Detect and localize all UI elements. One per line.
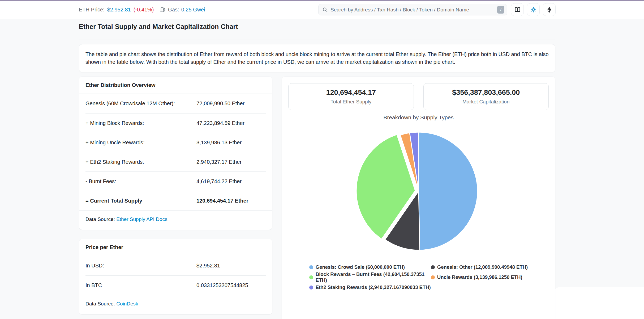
legend-label: Eth2 Staking Rewards (2,940,327.16709003… — [316, 284, 431, 290]
header-bar: ETH Price: $2,952.81 (-0.41%) Gas: 0.25 … — [0, 0, 644, 19]
page-title: Ether Total Supply and Market Capitaliza… — [79, 23, 555, 31]
row-label: + Mining Block Rewards: — [85, 120, 196, 126]
eth-price-value[interactable]: $2,952.81 — [107, 7, 131, 13]
row-label: + Mining Uncle Rewards: — [85, 140, 196, 146]
page-load-accent-bar — [0, 0, 644, 1]
main-content: Ether Total Supply and Market Capitaliza… — [79, 19, 555, 319]
network-button[interactable] — [543, 3, 556, 16]
table-row: + Eth2 Staking Rewards:2,940,327.17 Ethe… — [85, 152, 266, 171]
stat-box: $356,387,803,665.00Market Capitalization — [423, 83, 549, 110]
table-row: = Current Total Supply120,694,454.17 Eth… — [85, 191, 266, 210]
legend-item[interactable]: Genesis: Other (12,009,990.49948 ETH) — [431, 264, 528, 270]
description-card: The table and pie chart shows the distri… — [79, 44, 555, 72]
row-label: Genesis (60M Crowdsale 12M Other): — [85, 100, 196, 107]
legend-marker-icon — [309, 275, 313, 279]
row-label: + Eth2 Staking Rewards: — [85, 159, 196, 165]
table-row: - Burnt Fees:4,619,744.22 Ether — [85, 171, 266, 191]
table-row: + Mining Uncle Rewards:3,139,986.13 Ethe… — [85, 133, 266, 152]
ether-supply-api-docs-link[interactable]: Ether Supply API Docs — [116, 216, 167, 222]
stat-box: 120,694,454.17Total Ether Supply — [288, 83, 414, 110]
legend-marker-icon — [309, 286, 313, 289]
legend-label: Genesis: Crowd Sale (60,000,000 ETH) — [316, 264, 405, 270]
gas-label: Gas: — [168, 7, 179, 13]
stat-value: $356,387,803,665.00 — [452, 89, 520, 97]
legend-item[interactable]: Uncle Rewards (3,139,986.1250 ETH) — [431, 271, 528, 283]
docs-button[interactable] — [511, 3, 524, 16]
stat-label: Market Capitalization — [462, 99, 509, 105]
sun-icon — [530, 7, 536, 13]
supply-chart-card: 120,694,454.17Total Ether Supply$356,387… — [282, 77, 555, 319]
legend-marker-icon — [431, 265, 435, 269]
coindesk-link[interactable]: CoinDesk — [116, 301, 138, 307]
legend-marker-icon — [309, 265, 313, 269]
row-value: $2,952.81 — [196, 263, 266, 269]
legend-label: Block Rewards – Burnt Fees (42,604,150.3… — [316, 271, 431, 283]
distribution-source-row: Data Source: Ether Supply API Docs — [79, 210, 272, 230]
gas-group: Gas: 0.25 Gwei — [160, 7, 205, 13]
row-value: 72,009,990.50 Ether — [196, 100, 266, 107]
pie-slice[interactable] — [419, 132, 478, 250]
table-row: In USD:$2,952.81 — [85, 256, 266, 275]
overlay-widget — [553, 287, 644, 319]
eth-price-change: (-0.41%) — [134, 7, 154, 13]
header-stats: ETH Price: $2,952.81 (-0.41%) Gas: 0.25 … — [79, 0, 205, 19]
row-label: In USD: — [85, 263, 196, 269]
distribution-card: Ether Distribution Overview Genesis (60M… — [79, 77, 272, 230]
row-label: - Burnt Fees: — [85, 178, 196, 184]
chart-title: Breakdown by Supply Types — [282, 114, 555, 121]
pie-chart — [356, 129, 481, 254]
eth-price-label: ETH Price: — [79, 7, 105, 13]
ethereum-icon — [547, 7, 552, 13]
stat-value: 120,694,454.17 — [326, 89, 376, 97]
row-value: 120,694,454.17 Ether — [196, 198, 266, 204]
search-bar[interactable]: / — [318, 4, 507, 15]
row-value: 4,619,744.22 Ether — [196, 178, 266, 184]
price-table: In USD:$2,952.81In BTC0.0331253207544825 — [79, 256, 272, 295]
table-row: Genesis (60M Crowdsale 12M Other):72,009… — [85, 94, 266, 113]
book-icon — [514, 7, 521, 13]
price-card-title: Price per Ether — [79, 239, 272, 256]
row-label: In BTC — [85, 282, 196, 288]
gas-pump-icon — [160, 7, 166, 12]
theme-toggle-button[interactable] — [527, 3, 540, 16]
legend-item[interactable]: Block Rewards – Burnt Fees (42,604,150.3… — [309, 271, 431, 283]
table-row: In BTC0.0331253207544825 — [85, 275, 266, 295]
stats-row: 120,694,454.17Total Ether Supply$356,387… — [288, 83, 549, 110]
search-input[interactable] — [330, 7, 497, 13]
distribution-table: Genesis (60M Crowdsale 12M Other):72,009… — [79, 94, 272, 210]
search-icon — [322, 7, 328, 12]
title-divider — [79, 40, 555, 40]
legend-label: Uncle Rewards (3,139,986.1250 ETH) — [437, 274, 522, 280]
legend-marker-icon — [431, 275, 435, 279]
gas-value[interactable]: 0.25 Gwei — [181, 7, 205, 13]
legend-item[interactable]: Eth2 Staking Rewards (2,940,327.16709003… — [309, 284, 431, 290]
data-source-label: Data Source: — [85, 216, 116, 222]
row-value: 2,940,327.17 Ether — [196, 159, 266, 165]
row-value: 3,139,986.13 Ether — [196, 140, 266, 146]
data-source-label: Data Source: — [85, 301, 116, 307]
distribution-card-title: Ether Distribution Overview — [79, 77, 272, 94]
price-card: Price per Ether In USD:$2,952.81In BTC0.… — [79, 239, 272, 314]
row-value: 0.0331253207544825 — [196, 282, 266, 288]
stat-label: Total Ether Supply — [330, 99, 371, 105]
row-value: 47,223,894.59 Ether — [196, 120, 266, 126]
row-label: = Current Total Supply — [85, 198, 196, 204]
legend-label: Genesis: Other (12,009,990.49948 ETH) — [437, 264, 528, 270]
table-row: + Mining Block Rewards:47,223,894.59 Eth… — [85, 113, 266, 133]
chart-legend: Genesis: Crowd Sale (60,000,000 ETH)Gene… — [282, 264, 555, 290]
legend-item[interactable]: Genesis: Crowd Sale (60,000,000 ETH) — [309, 264, 431, 270]
price-source-row: Data Source: CoinDesk — [79, 295, 272, 314]
search-shortcut-badge: / — [497, 6, 504, 14]
